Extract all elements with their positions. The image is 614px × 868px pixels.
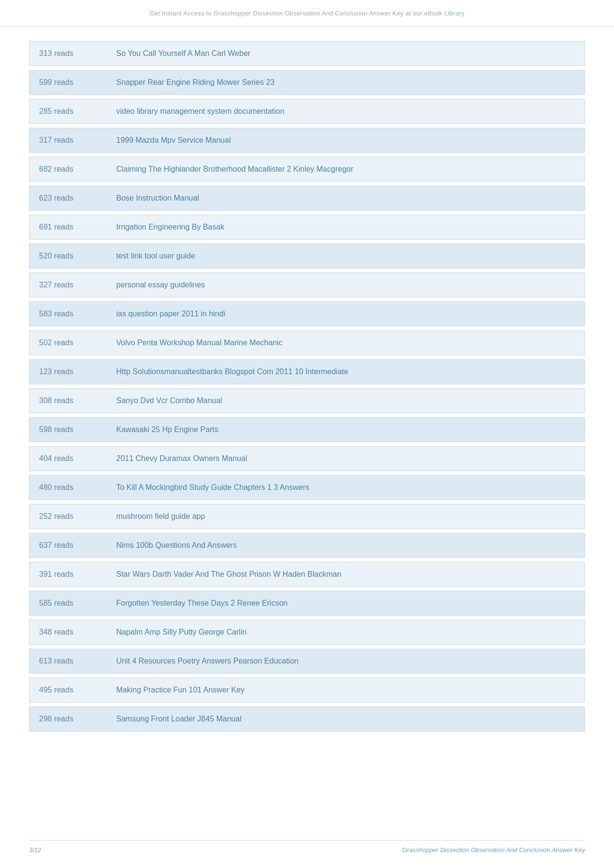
item-title[interactable]: personal essay guidelines bbox=[116, 281, 575, 289]
main-content: 313 readsSo You Call Yourself A Man Carl… bbox=[0, 27, 614, 774]
reads-count: 691 reads bbox=[39, 223, 116, 231]
list-item[interactable]: 317 reads1999 Mazda Mpv Service Manual bbox=[29, 128, 585, 153]
list-item[interactable]: 682 readsClaiming The Highlander Brother… bbox=[29, 157, 585, 182]
item-title[interactable]: Samsung Front Loader J845 Manual bbox=[116, 715, 575, 723]
reads-count: 613 reads bbox=[39, 657, 116, 665]
item-title[interactable]: Nims 100b Questions And Answers bbox=[116, 541, 575, 550]
item-title[interactable]: Making Practice Fun 101 Answer Key bbox=[116, 686, 575, 694]
footer-page: 3/12 bbox=[29, 846, 41, 854]
list-item[interactable]: 313 readsSo You Call Yourself A Man Carl… bbox=[29, 41, 585, 66]
header-text: Get Instant Access to Grasshopper Dissec… bbox=[150, 10, 464, 17]
item-title[interactable]: Claiming The Highlander Brotherhood Maca… bbox=[116, 165, 575, 174]
reads-count: 391 reads bbox=[39, 570, 116, 579]
item-title[interactable]: Volvo Penta Workshop Manual Marine Mecha… bbox=[116, 339, 575, 347]
item-title[interactable]: Bose Instruction Manual bbox=[116, 194, 575, 203]
item-title[interactable]: video library management system document… bbox=[116, 107, 575, 116]
item-title[interactable]: To Kill A Mockingbird Study Guide Chapte… bbox=[116, 483, 575, 492]
list-item[interactable]: 391 readsStar Wars Darth Vader And The G… bbox=[29, 562, 585, 587]
footer-title: Grasshopper Dissection Observation And C… bbox=[402, 846, 585, 854]
list-item[interactable]: 327 readspersonal essay guidelines bbox=[29, 272, 585, 298]
item-title[interactable]: ias question paper 2011 in hindi bbox=[116, 310, 575, 318]
list-item[interactable]: 404 reads2011 Chevy Duramax Owners Manua… bbox=[29, 446, 585, 471]
list-item[interactable]: 583 readsias question paper 2011 in hind… bbox=[29, 301, 585, 326]
reads-count: 123 reads bbox=[39, 367, 116, 376]
header-bar: Get Instant Access to Grasshopper Dissec… bbox=[0, 0, 614, 27]
reads-count: 637 reads bbox=[39, 541, 116, 550]
reads-count: 285 reads bbox=[39, 107, 116, 116]
list-container: 313 readsSo You Call Yourself A Man Carl… bbox=[29, 41, 585, 732]
list-item[interactable]: 495 readsMaking Practice Fun 101 Answer … bbox=[29, 678, 585, 703]
reads-count: 495 reads bbox=[39, 686, 116, 694]
list-item[interactable]: 691 readsIrrigation Engineering By Basak bbox=[29, 215, 585, 240]
list-item[interactable]: 308 readsSanyo Dvd Vcr Combo Manual bbox=[29, 388, 585, 413]
reads-count: 682 reads bbox=[39, 165, 116, 174]
reads-count: 252 reads bbox=[39, 512, 116, 521]
item-title[interactable]: 1999 Mazda Mpv Service Manual bbox=[116, 136, 575, 145]
reads-count: 298 reads bbox=[39, 715, 116, 723]
item-title[interactable]: test link tool user guide bbox=[116, 252, 575, 260]
list-item[interactable]: 348 readsNapalm Amp Silly Putty George C… bbox=[29, 620, 585, 645]
reads-count: 599 reads bbox=[39, 78, 116, 87]
reads-count: 583 reads bbox=[39, 310, 116, 318]
list-item[interactable]: 585 readsForgotten Yesterday These Days … bbox=[29, 591, 585, 616]
list-item[interactable]: 520 readstest link tool user guide bbox=[29, 244, 585, 269]
item-title[interactable]: Http Solutionsmanualtestbanks Blogspot C… bbox=[116, 367, 575, 376]
reads-count: 404 reads bbox=[39, 454, 116, 463]
list-item[interactable]: 613 readsUnit 4 Resources Poetry Answers… bbox=[29, 649, 585, 674]
reads-count: 348 reads bbox=[39, 628, 116, 637]
item-title[interactable]: Star Wars Darth Vader And The Ghost Pris… bbox=[116, 570, 575, 579]
list-item[interactable]: 252 readsmushroom field guide app bbox=[29, 504, 585, 529]
list-item[interactable]: 480 readsTo Kill A Mockingbird Study Gui… bbox=[29, 475, 585, 500]
reads-count: 598 reads bbox=[39, 425, 116, 434]
item-title[interactable]: Unit 4 Resources Poetry Answers Pearson … bbox=[116, 657, 575, 665]
reads-count: 327 reads bbox=[39, 281, 116, 289]
item-title[interactable]: Napalm Amp Silly Putty George Carlin bbox=[116, 628, 575, 637]
reads-count: 480 reads bbox=[39, 483, 116, 492]
reads-count: 502 reads bbox=[39, 339, 116, 347]
item-title[interactable]: mushroom field guide app bbox=[116, 512, 575, 521]
reads-count: 520 reads bbox=[39, 252, 116, 260]
list-item[interactable]: 623 readsBose Instruction Manual bbox=[29, 186, 585, 211]
reads-count: 623 reads bbox=[39, 194, 116, 203]
list-item[interactable]: 598 readsKawasaki 25 Hp Engine Parts bbox=[29, 417, 585, 442]
list-item[interactable]: 298 readsSamsung Front Loader J845 Manua… bbox=[29, 706, 585, 732]
item-title[interactable]: 2011 Chevy Duramax Owners Manual bbox=[116, 454, 575, 463]
reads-count: 585 reads bbox=[39, 599, 116, 608]
footer: 3/12 Grasshopper Dissection Observation … bbox=[29, 840, 585, 854]
item-title[interactable]: So You Call Yourself A Man Carl Weber bbox=[116, 49, 575, 58]
item-title[interactable]: Kawasaki 25 Hp Engine Parts bbox=[116, 425, 575, 434]
list-item[interactable]: 123 readsHttp Solutionsmanualtestbanks B… bbox=[29, 359, 585, 384]
reads-count: 313 reads bbox=[39, 49, 116, 58]
item-title[interactable]: Irrigation Engineering By Basak bbox=[116, 223, 575, 231]
reads-count: 317 reads bbox=[39, 136, 116, 145]
item-title[interactable]: Snapper Rear Engine Riding Mower Series … bbox=[116, 78, 575, 87]
list-item[interactable]: 599 readsSnapper Rear Engine Riding Mowe… bbox=[29, 70, 585, 95]
item-title[interactable]: Sanyo Dvd Vcr Combo Manual bbox=[116, 396, 575, 405]
list-item[interactable]: 502 readsVolvo Penta Workshop Manual Mar… bbox=[29, 330, 585, 355]
list-item[interactable]: 637 readsNims 100b Questions And Answers bbox=[29, 533, 585, 558]
list-item[interactable]: 285 readsvideo library management system… bbox=[29, 99, 585, 124]
reads-count: 308 reads bbox=[39, 396, 116, 405]
item-title[interactable]: Forgotten Yesterday These Days 2 Renee E… bbox=[116, 599, 575, 608]
